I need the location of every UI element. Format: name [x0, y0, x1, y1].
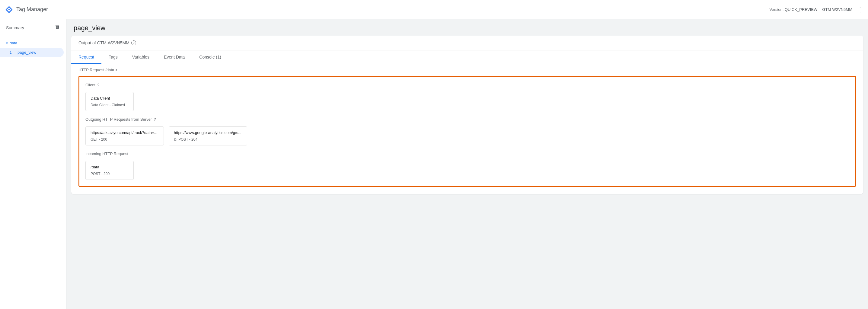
- outgoing-request-google-analytics[interactable]: https://www.google-analytics.com/g/c... …: [169, 126, 247, 146]
- app-layout: Summary ▾ data 1 page_view page_view: [0, 19, 868, 309]
- sidebar: Summary ▾ data 1 page_view: [0, 19, 66, 309]
- breadcrumb-path: HTTP Request /data: [79, 68, 114, 72]
- version-label: Version: QUICK_PREVIEW: [769, 7, 817, 12]
- container-id: GTM-W2VN5MM: [822, 7, 852, 12]
- incoming-request-box[interactable]: /data POST - 200: [85, 161, 134, 180]
- nav-item-number: 1: [10, 51, 14, 55]
- client-box[interactable]: Data Client Data Client - Claimed: [85, 92, 134, 111]
- client-box-subtitle: Data Client - Claimed: [91, 103, 129, 107]
- card-header-text: Output of GTM-W2VN5MM: [79, 40, 129, 45]
- orange-highlight-section: Client ? Data Client Data Client - Claim…: [79, 76, 856, 187]
- incoming-path: /data: [91, 165, 129, 169]
- client-help-icon[interactable]: ?: [97, 83, 99, 87]
- klaviyo-request-url: https://a.klaviyo.com/api/track?data=...: [91, 130, 159, 135]
- logo-icon: [5, 5, 13, 14]
- tab-event-data[interactable]: Event Data: [157, 51, 192, 64]
- tab-variables[interactable]: Variables: [125, 51, 157, 64]
- tabs-bar: Request Tags Variables Event Data Consol…: [71, 51, 863, 64]
- content-card: Output of GTM-W2VN5MM ? Request Tags Var…: [71, 36, 863, 194]
- klaviyo-request-method: GET - 200: [91, 137, 159, 142]
- tab-request[interactable]: Request: [71, 51, 101, 64]
- outgoing-help-icon[interactable]: ?: [154, 117, 156, 122]
- data-group-label: data: [10, 41, 17, 45]
- more-menu-icon[interactable]: ⋮: [857, 6, 863, 13]
- sidebar-item-page-view[interactable]: 1 page_view: [0, 48, 64, 57]
- app-header: Tag Manager Version: QUICK_PREVIEW GTM-W…: [0, 0, 868, 19]
- trash-icon[interactable]: [55, 24, 60, 31]
- ga-request-url: https://www.google-analytics.com/g/c...: [174, 130, 242, 135]
- breadcrumb-chevron: >: [115, 68, 117, 72]
- app-name: Tag Manager: [16, 6, 48, 13]
- breadcrumb: HTTP Request /data >: [71, 64, 863, 76]
- card-header: Output of GTM-W2VN5MM ?: [71, 36, 863, 51]
- outgoing-section-label: Outgoing HTTP Requests from Server ?: [85, 117, 849, 122]
- app-logo: Tag Manager: [5, 5, 48, 14]
- incoming-section-label: Incoming HTTP Request: [85, 152, 849, 156]
- tab-tags[interactable]: Tags: [101, 51, 125, 64]
- nav-item-label: page_view: [18, 50, 36, 55]
- sidebar-data-group[interactable]: ▾ data: [0, 38, 66, 48]
- page-title: page_view: [74, 24, 861, 32]
- help-icon[interactable]: ?: [131, 40, 136, 45]
- sidebar-summary-row[interactable]: Summary: [0, 19, 66, 36]
- chevron-down-icon: ▾: [6, 41, 8, 45]
- header-right: Version: QUICK_PREVIEW GTM-W2VN5MM ⋮: [769, 6, 863, 13]
- sidebar-data-section: ▾ data 1 page_view: [0, 36, 66, 59]
- client-section-label: Client ?: [85, 83, 849, 87]
- outgoing-request-klaviyo[interactable]: https://a.klaviyo.com/api/track?data=...…: [85, 126, 164, 146]
- tab-console[interactable]: Console (1): [192, 51, 228, 64]
- client-box-title: Data Client: [91, 96, 129, 100]
- ga-request-method: ⧉ POST - 204: [174, 137, 242, 142]
- summary-label: Summary: [6, 25, 24, 30]
- main-content: page_view Output of GTM-W2VN5MM ? Reques…: [66, 19, 868, 309]
- incoming-method: POST - 200: [91, 172, 129, 176]
- outgoing-requests-grid: https://a.klaviyo.com/api/track?data=...…: [85, 126, 849, 146]
- page-header: page_view: [66, 19, 868, 36]
- copy-icon: ⧉: [174, 137, 177, 142]
